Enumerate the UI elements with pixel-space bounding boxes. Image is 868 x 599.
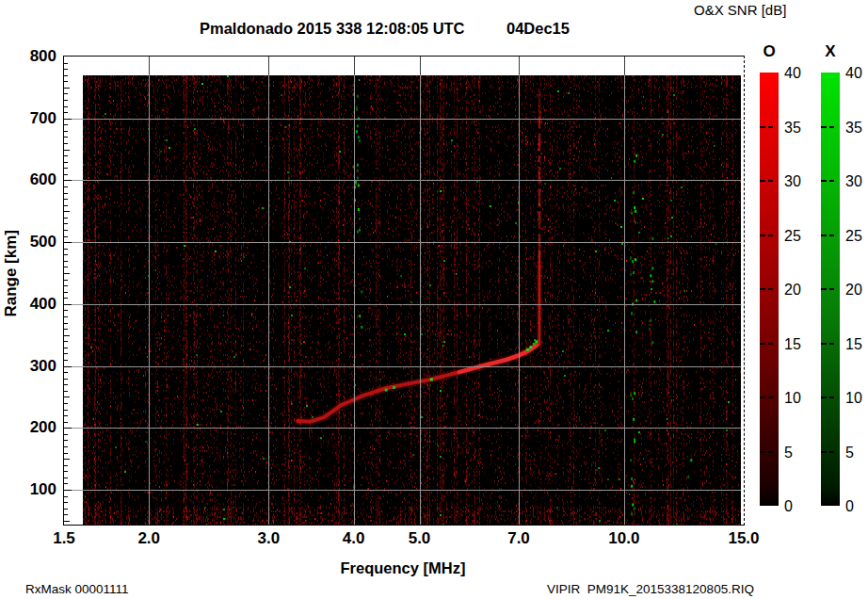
colorbar-tick-mark <box>821 235 827 236</box>
colorbar-o-tick-label: 15 <box>784 336 816 352</box>
x-tick-label: 4.0 <box>343 529 365 548</box>
colorbar-tick-mark <box>768 126 773 128</box>
x-tick-label: 3.0 <box>258 529 281 548</box>
colorbar-tick-mark <box>768 235 773 236</box>
colorbar-o-tick-label: 20 <box>784 282 816 298</box>
colorbar-tick-mark <box>821 451 827 453</box>
colorbar-x-tick-label: 35 <box>845 120 868 136</box>
colorbar-tick-mark <box>768 451 773 453</box>
colorbar-tick-mark <box>829 451 834 453</box>
colorbar-tick-mark <box>760 343 765 345</box>
x-tick-label: 15.0 <box>728 529 759 548</box>
colorbar-x-tick-label: 40 <box>845 65 868 81</box>
colorbar-o-tick-label: 25 <box>784 228 816 244</box>
colorbar-tick-mark <box>821 288 827 290</box>
page-title: Pmaldonado 2015 338 12:08:05 UTC <box>200 20 465 38</box>
colorbar-tick-mark <box>829 180 834 182</box>
y-tick-label: 500 <box>0 234 56 251</box>
x-tick-label: 10.0 <box>608 529 639 548</box>
colorbar-o-tick-label: 35 <box>784 120 816 136</box>
x-tick-label: 1.5 <box>53 529 75 548</box>
colorbar-tick-mark <box>760 288 765 290</box>
colorbar-tick-mark <box>768 397 773 398</box>
colorbar-tick-mark <box>829 126 834 128</box>
colorbar-tick-mark <box>821 126 827 128</box>
colorbar-o-tick-label: 5 <box>784 445 816 461</box>
colorbar-o-tick-label: 30 <box>784 173 816 189</box>
colorbar-x-header: X <box>821 42 840 61</box>
colorbar-x-tick-label: 30 <box>845 173 868 189</box>
y-tick-label: 400 <box>0 296 56 313</box>
colorbar-x-tick-label: 5 <box>845 445 868 461</box>
y-tick-label: 200 <box>0 419 56 436</box>
colorbar-tick-mark <box>760 397 765 398</box>
snr-scale-title: O&X SNR [dB] <box>694 2 786 18</box>
colorbar-tick-mark <box>829 235 834 236</box>
colorbar-tick-mark <box>821 343 827 345</box>
y-tick-label: 300 <box>0 358 56 375</box>
colorbar-x-tick-label: 25 <box>845 228 868 244</box>
colorbar-tick-mark <box>821 397 827 398</box>
colorbar-x-tick-label: 20 <box>845 282 868 298</box>
colorbar-o-header: O <box>760 42 779 61</box>
colorbar-tick-mark <box>829 343 834 345</box>
ionogram-heatmap-canvas <box>64 57 744 525</box>
plot-date: 04Dec15 <box>506 20 570 38</box>
plot-area <box>63 56 745 526</box>
rxmask-annotation: RxMask 00001111 <box>25 582 129 596</box>
x-tick-label: 5.0 <box>409 529 431 548</box>
colorbar-x-tick-label: 0 <box>845 498 868 514</box>
filename-annotation: VIPIR PM91K_2015338120805.RIQ <box>547 582 754 596</box>
colorbar-x-tick-label: 10 <box>845 390 868 406</box>
colorbar-tick-mark <box>760 126 765 128</box>
colorbar-x-tick-label: 15 <box>845 336 868 352</box>
x-tick-label: 2.0 <box>137 529 160 548</box>
x-tick-label: 7.0 <box>507 529 530 548</box>
colorbar-o-tick-label: 0 <box>784 498 816 514</box>
colorbar-tick-mark <box>760 235 765 236</box>
y-tick-label: 700 <box>0 110 56 127</box>
colorbar-tick-mark <box>829 288 834 290</box>
y-tick-label: 600 <box>0 171 56 188</box>
colorbar-o-tick-label: 40 <box>784 65 816 81</box>
colorbar-tick-mark <box>760 180 765 182</box>
colorbar-tick-mark <box>760 451 765 453</box>
y-tick-label: 800 <box>0 48 56 65</box>
ionogram-screen: Pmaldonado 2015 338 12:08:05 UTC 04Dec15… <box>0 0 868 599</box>
y-tick-label: 100 <box>0 481 56 498</box>
colorbar-tick-mark <box>768 288 773 290</box>
x-axis-label: Frequency [MHz] <box>341 559 466 577</box>
colorbar-tick-mark <box>768 343 773 345</box>
colorbar-tick-mark <box>829 397 834 398</box>
colorbar-tick-mark <box>821 180 827 182</box>
colorbar-o-tick-label: 10 <box>784 390 816 406</box>
colorbar-tick-mark <box>768 180 773 182</box>
